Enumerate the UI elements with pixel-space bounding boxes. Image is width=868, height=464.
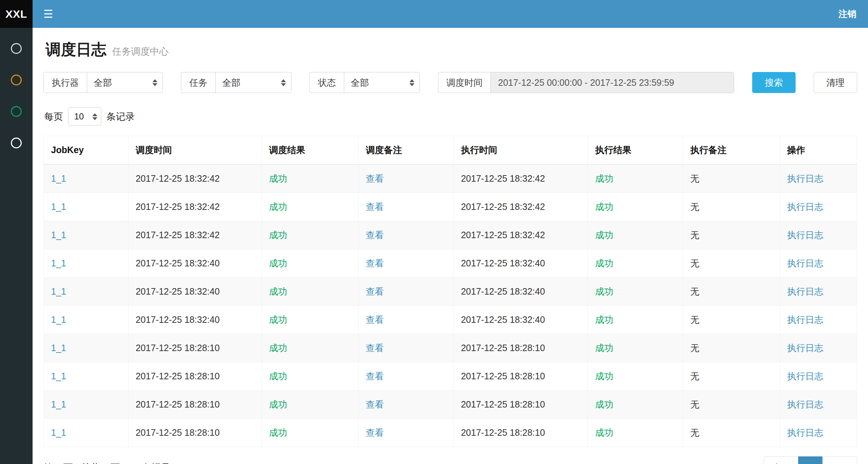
action-cell: 执行日志 [780,362,857,391]
handle-result-text: 成功 [588,334,683,362]
pagination-summary: 第 1 页 ( 总共 1 页，10 条记录 ) [43,461,176,464]
jobkey-link[interactable]: 1_1 [51,173,66,184]
app-logo[interactable]: XXL [0,0,33,28]
handle-msg-cell: 无 [683,334,780,362]
trigger-time-cell: 2017-12-25 18:28:10 [128,362,262,391]
trigger-msg-cell: 查看 [358,193,454,221]
trigger-result-text: 成功 [262,306,358,334]
view-trigger-msg-link[interactable]: 查看 [366,315,384,325]
executor-select[interactable]: 全部 [87,72,163,93]
search-button[interactable]: 搜索 [752,72,796,93]
page-size-suffix-label: 条记录 [106,110,135,123]
table-footer: 第 1 页 ( 总共 1 页，10 条记录 ) 上页 1 下页 [43,456,857,464]
trigger-result-text: 成功 [262,193,358,221]
handle-msg-cell: 无 [683,164,780,193]
handle-time-cell: 2017-12-25 18:28:10 [454,419,588,447]
table-row: 1_1 2017-12-25 18:32:42 成功 查看 2017-12-25… [44,193,857,221]
jobkey-link[interactable]: 1_1 [51,258,66,268]
jobkey-link[interactable]: 1_1 [51,286,66,296]
clear-button[interactable]: 清理 [814,72,857,93]
jobkey-link[interactable]: 1_1 [51,202,66,212]
view-trigger-msg-link[interactable]: 查看 [366,399,384,409]
view-trigger-msg-link[interactable]: 查看 [366,371,384,381]
handle-time-cell: 2017-12-25 18:28:10 [454,334,588,362]
exec-log-link[interactable]: 执行日志 [787,427,823,438]
jobkey-cell: 1_1 [44,334,128,362]
executor-filter-label: 执行器 [43,72,87,93]
status-select-value: 全部 [351,77,406,89]
executor-select-value: 全部 [94,77,149,89]
view-trigger-msg-link[interactable]: 查看 [366,173,384,184]
view-trigger-msg-link[interactable]: 查看 [366,202,384,212]
trigger-msg-cell: 查看 [358,221,454,249]
exec-log-link[interactable]: 执行日志 [787,286,823,296]
exec-log-link[interactable]: 执行日志 [787,258,823,268]
trigger-result-text: 成功 [262,164,358,193]
action-cell: 执行日志 [780,164,857,193]
sidebar-menu-circle-icon[interactable] [11,75,22,85]
exec-log-link[interactable]: 执行日志 [787,230,823,240]
table-row: 1_1 2017-12-25 18:32:40 成功 查看 2017-12-25… [44,249,857,278]
jobkey-link[interactable]: 1_1 [51,315,66,325]
handle-result-text: 成功 [588,221,683,249]
jobkey-link[interactable]: 1_1 [51,343,66,353]
sidebar-toggle-hamburger-icon[interactable]: ☰ [33,0,64,28]
table-row: 1_1 2017-12-25 18:28:10 成功 查看 2017-12-25… [44,391,857,419]
trigger-time-cell: 2017-12-25 18:28:10 [128,391,262,419]
exec-log-link[interactable]: 执行日志 [787,202,823,212]
exec-log-link[interactable]: 执行日志 [787,173,823,184]
handle-time-cell: 2017-12-25 18:28:10 [454,391,588,419]
jobkey-link[interactable]: 1_1 [51,230,66,240]
trigger-time-cell: 2017-12-25 18:32:40 [128,278,262,306]
view-trigger-msg-link[interactable]: 查看 [366,343,384,353]
sidebar-menu-circle-icon[interactable] [11,138,22,148]
sidebar-menu-circle-icon[interactable] [11,106,22,117]
action-cell: 执行日志 [780,221,857,249]
col-header-handle-msg: 执行备注 [683,136,780,165]
job-filter-label: 任务 [181,72,215,93]
status-filter-group: 状态 全部 [309,72,420,93]
action-cell: 执行日志 [780,391,857,419]
jobkey-cell: 1_1 [44,278,128,306]
handle-msg-cell: 无 [683,419,780,447]
trigger-msg-cell: 查看 [358,278,454,306]
page-size-value: 10 [74,111,89,122]
sidebar [0,28,33,464]
view-trigger-msg-link[interactable]: 查看 [366,258,384,268]
logout-link[interactable]: 注销 [827,0,868,28]
pagination-page-1-button[interactable]: 1 [798,456,823,464]
view-trigger-msg-link[interactable]: 查看 [366,286,384,296]
action-cell: 执行日志 [780,334,857,362]
handle-msg-cell: 无 [683,221,780,249]
trigger-result-text: 成功 [262,419,358,447]
exec-log-link[interactable]: 执行日志 [787,343,823,353]
jobkey-link[interactable]: 1_1 [51,371,66,381]
handle-result-text: 成功 [588,278,683,306]
col-header-trigger-msg: 调度备注 [358,136,454,165]
jobkey-link[interactable]: 1_1 [51,427,66,438]
job-select[interactable]: 全部 [215,72,291,93]
jobkey-cell: 1_1 [44,362,128,391]
handle-result-text: 成功 [588,362,683,391]
handle-msg-cell: 无 [683,362,780,391]
exec-log-link[interactable]: 执行日志 [787,371,823,381]
view-trigger-msg-link[interactable]: 查看 [366,427,384,438]
trigger-time-range-input[interactable] [490,72,734,93]
handle-time-cell: 2017-12-25 18:32:40 [454,306,588,334]
navbar: ☰ 注销 [33,0,868,28]
pagination-prev-button[interactable]: 上页 [764,456,799,464]
status-select[interactable]: 全部 [344,72,420,93]
sidebar-menu-circle-icon[interactable] [11,43,22,54]
pagination: 上页 1 下页 [764,456,857,464]
action-cell: 执行日志 [780,249,857,278]
jobkey-link[interactable]: 1_1 [51,399,66,409]
handle-result-text: 成功 [588,164,683,193]
exec-log-link[interactable]: 执行日志 [787,315,823,325]
view-trigger-msg-link[interactable]: 查看 [366,230,384,240]
exec-log-link[interactable]: 执行日志 [787,399,823,409]
trigger-result-text: 成功 [262,362,358,391]
handle-msg-cell: 无 [683,306,780,334]
table-row: 1_1 2017-12-25 18:28:10 成功 查看 2017-12-25… [44,334,857,362]
pagination-next-button[interactable]: 下页 [822,456,857,464]
page-size-select[interactable]: 10 [68,107,101,126]
